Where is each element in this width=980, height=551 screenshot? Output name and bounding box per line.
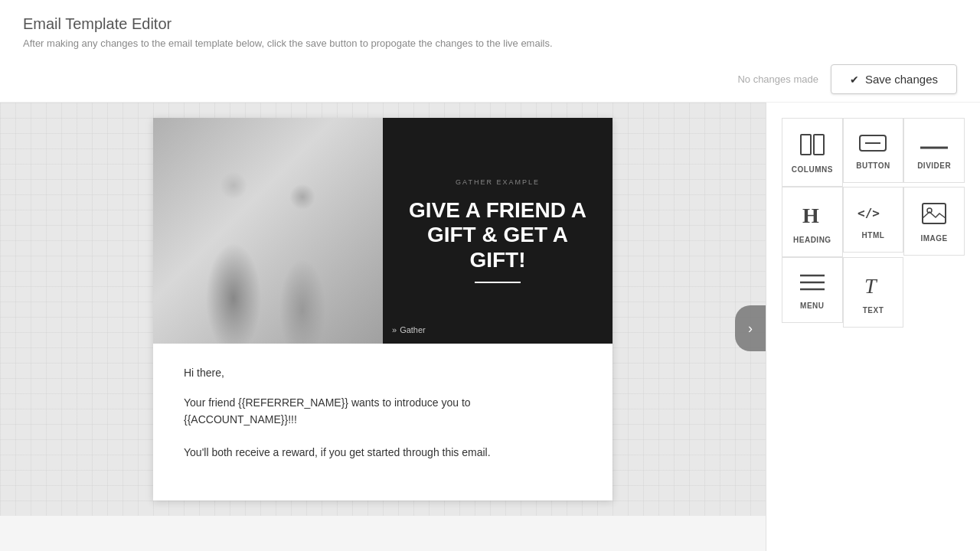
email-paragraph-2: You'll both receive a reward, if you get… — [184, 444, 582, 461]
text-icon: T — [861, 273, 884, 300]
hero-dark-side: GATHER EXAMPLE GIVE A FRIEND A GIFT & GE… — [383, 118, 612, 344]
block-label-html: HTML — [862, 231, 885, 240]
hero-photo — [153, 118, 383, 344]
menu-icon — [800, 273, 825, 295]
block-item-columns[interactable]: COLUMNS — [782, 118, 843, 187]
heading-icon: H — [801, 203, 824, 230]
email-greeting: Hi there, — [184, 367, 582, 379]
main-area: GATHER EXAMPLE GIVE A FRIEND A GIFT & GE… — [0, 103, 980, 551]
email-canvas: GATHER EXAMPLE GIVE A FRIEND A GIFT & GE… — [153, 118, 612, 500]
svg-rect-0 — [801, 135, 811, 155]
block-item-menu[interactable]: MENU — [782, 257, 843, 323]
email-body: Hi there, Your friend {{REFERRER_NAME}} … — [153, 344, 612, 499]
hero-main-text: GIVE A FRIEND A GIFT & GET A GIFT! — [398, 198, 597, 272]
block-label-menu: MENU — [800, 302, 824, 310]
gather-logo-icon: » — [392, 325, 397, 334]
button-icon — [859, 134, 887, 155]
sidebar-panel: COLUMNS BUTTON DIVIDER H HEADING </> HTM… — [766, 103, 980, 551]
email-paragraph-1: Your friend {{REFERRER_NAME}} wants to i… — [184, 394, 582, 429]
svg-text:H: H — [802, 204, 819, 226]
save-button-label: Save changes — [865, 73, 938, 86]
image-icon — [922, 203, 946, 228]
save-button[interactable]: ✔ Save changes — [831, 64, 957, 94]
block-label-heading: HEADING — [793, 236, 831, 244]
gather-brand-label: Gather — [400, 325, 426, 334]
block-label-image: IMAGE — [921, 234, 948, 243]
email-hero: GATHER EXAMPLE GIVE A FRIEND A GIFT & GE… — [153, 118, 612, 344]
html-icon: </> — [858, 203, 888, 225]
hero-gather-badge: » Gather — [392, 325, 426, 334]
block-item-heading[interactable]: H HEADING — [782, 187, 843, 257]
svg-text:</>: </> — [858, 206, 880, 220]
canvas-scroll-right-button[interactable]: › — [735, 305, 766, 351]
svg-rect-7 — [923, 204, 946, 223]
block-item-divider[interactable]: DIVIDER — [903, 118, 965, 183]
block-item-button[interactable]: BUTTON — [843, 118, 904, 183]
email-canvas-wrapper: GATHER EXAMPLE GIVE A FRIEND A GIFT & GE… — [0, 103, 766, 516]
no-changes-label: No changes made — [737, 73, 818, 85]
checkmark-icon: ✔ — [850, 73, 859, 86]
block-label-columns: COLUMNS — [792, 165, 833, 174]
toolbar: No changes made ✔ Save changes — [0, 57, 980, 103]
block-item-image[interactable]: IMAGE — [903, 187, 965, 256]
hero-example-label: GATHER EXAMPLE — [456, 178, 540, 186]
hero-photo-side — [153, 118, 383, 344]
block-item-html[interactable]: </> HTML — [843, 187, 904, 253]
block-label-button: BUTTON — [856, 161, 890, 170]
page-header: Email Template Editor After making any c… — [0, 0, 980, 57]
block-item-text[interactable]: T TEXT — [843, 257, 904, 328]
page-subtitle: After making any changes to the email te… — [23, 37, 957, 49]
blocks-grid: COLUMNS BUTTON DIVIDER H HEADING </> HTM… — [766, 103, 980, 343]
block-label-text: TEXT — [863, 306, 884, 315]
hero-divider-line — [475, 282, 521, 283]
chevron-right-icon: › — [748, 321, 753, 337]
block-label-divider: DIVIDER — [917, 161, 951, 170]
divider-icon — [920, 134, 948, 155]
svg-rect-1 — [814, 135, 824, 155]
canvas-scroll-area: GATHER EXAMPLE GIVE A FRIEND A GIFT & GE… — [0, 103, 766, 551]
columns-icon — [800, 134, 825, 159]
svg-text:T: T — [864, 274, 878, 296]
page-title: Email Template Editor — [23, 15, 957, 33]
